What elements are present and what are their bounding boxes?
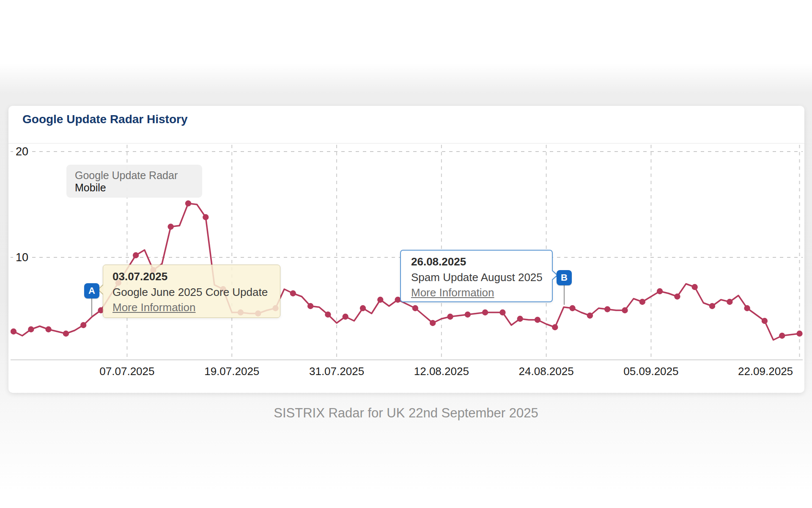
y-tick-label: 20 bbox=[13, 145, 31, 158]
annotation-a-stem bbox=[91, 298, 92, 316]
legend-device-label: Mobile bbox=[75, 182, 202, 194]
x-tick-label: 12.08.2025 bbox=[408, 365, 475, 378]
chart-plot-area[interactable]: 20 10 07.07.2025 19.07.2025 31.07.2025 1… bbox=[11, 143, 803, 393]
radar-history-card: Google Update Radar History 20 10 07.07.… bbox=[8, 106, 804, 393]
x-tick-label: 05.09.2025 bbox=[617, 365, 685, 378]
more-information-link[interactable]: More Information bbox=[411, 285, 494, 300]
footer-caption: SISTRIX Radar for UK 22nd September 2025 bbox=[0, 406, 812, 421]
x-tick-label: 24.08.2025 bbox=[513, 365, 580, 378]
annotation-title: Spam Update August 2025 bbox=[411, 270, 552, 285]
x-tick-label: 19.07.2025 bbox=[198, 365, 266, 378]
more-information-link[interactable]: More Information bbox=[112, 300, 196, 315]
annotation-date: 03.07.2025 bbox=[112, 268, 280, 284]
annotation-a-badge[interactable]: A bbox=[84, 283, 99, 298]
legend-series-name: Google Update Radar bbox=[75, 169, 202, 182]
annotation-date: 26.08.2025 bbox=[411, 254, 552, 270]
series-legend-tooltip: Google Update Radar Mobile bbox=[66, 165, 202, 198]
annotation-b-stem bbox=[564, 285, 565, 305]
annotation-a-tooltip: 03.07.2025 Google June 2025 Core Update … bbox=[103, 265, 280, 318]
x-tick-label: 07.07.2025 bbox=[93, 365, 161, 378]
x-tick-label: 31.07.2025 bbox=[303, 365, 370, 378]
x-tick-label: 22.09.2025 bbox=[732, 365, 799, 378]
tooltip-pointer bbox=[551, 271, 557, 280]
page-title: Google Update Radar History bbox=[22, 113, 188, 126]
annotation-b-tooltip: 26.08.2025 Spam Update August 2025 More … bbox=[400, 250, 553, 302]
page: Google Update Radar History 20 10 07.07.… bbox=[0, 0, 812, 508]
y-tick-label: 10 bbox=[13, 251, 31, 264]
annotation-b-badge[interactable]: B bbox=[557, 270, 572, 285]
annotation-title: Google June 2025 Core Update bbox=[112, 284, 280, 300]
